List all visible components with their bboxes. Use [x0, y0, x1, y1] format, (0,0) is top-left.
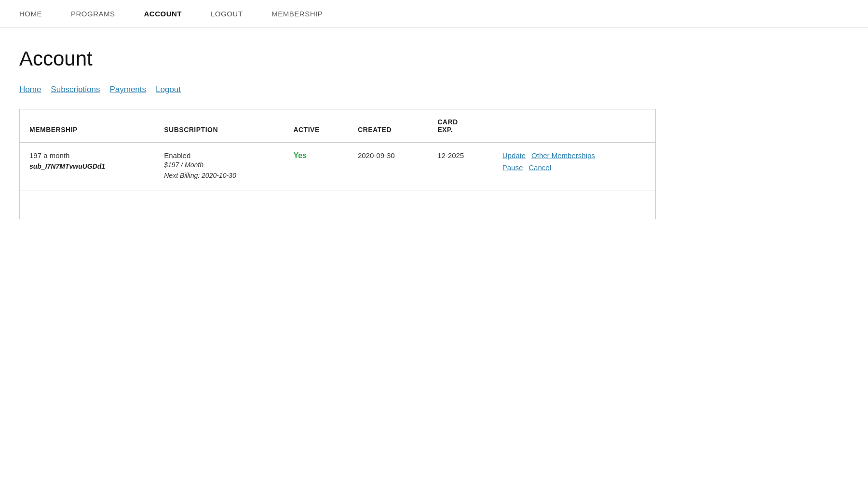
subscriptions-table: MEMBERSHIP SUBSCRIPTION ACTIVE CREATED C…	[19, 109, 656, 219]
link-subscriptions[interactable]: Subscriptions	[51, 85, 100, 94]
nav-programs[interactable]: PROGRAMS	[71, 10, 115, 18]
nav-logout[interactable]: LOGOUT	[211, 10, 243, 18]
page-title: Account	[19, 47, 656, 70]
cell-membership: 197 a month sub_I7N7MTvwuUGDd1	[20, 143, 155, 190]
action-other-memberships[interactable]: Other Memberships	[531, 151, 595, 160]
created-date: 2020-09-30	[358, 151, 395, 160]
action-cancel[interactable]: Cancel	[529, 163, 551, 172]
nav-home[interactable]: HOME	[19, 10, 42, 18]
link-home[interactable]: Home	[19, 85, 41, 94]
nav-membership[interactable]: MEMBERSHIP	[271, 10, 323, 18]
cell-created: 2020-09-30	[348, 143, 428, 190]
subscription-status: Enabled	[164, 151, 274, 160]
link-payments[interactable]: Payments	[109, 85, 146, 94]
membership-name: 197 a month	[29, 151, 145, 160]
action-links-row-2: Pause Cancel	[502, 163, 646, 172]
action-update[interactable]: Update	[502, 151, 526, 160]
membership-id: sub_I7N7MTvwuUGDd1	[29, 162, 145, 170]
next-billing-date: 2020-10-30	[202, 172, 236, 179]
table-row-empty	[20, 190, 656, 219]
col-header-created: CREATED	[348, 109, 428, 143]
cell-active: Yes	[284, 143, 348, 190]
col-header-card-exp: CARD EXP.	[428, 109, 493, 143]
table-row: 197 a month sub_I7N7MTvwuUGDd1 Enabled $…	[20, 143, 656, 190]
next-billing-label: Next Billing:	[164, 172, 200, 179]
top-nav: HOME PROGRAMS ACCOUNT LOGOUT MEMBERSHIP	[0, 0, 868, 28]
col-header-subscription: SUBSCRIPTION	[154, 109, 284, 143]
subscription-amount: $197 / Month	[164, 161, 203, 169]
link-logout[interactable]: Logout	[156, 85, 181, 94]
col-header-membership: MEMBERSHIP	[20, 109, 155, 143]
col-header-active: ACTIVE	[284, 109, 348, 143]
cell-subscription: Enabled $197 / Month Next Billing: 2020-…	[154, 143, 284, 190]
action-pause[interactable]: Pause	[502, 163, 523, 172]
card-expiry: 12-2025	[437, 151, 464, 160]
account-links: Home Subscriptions Payments Logout	[19, 85, 656, 94]
cell-actions: Update Other Memberships Pause Cancel	[493, 143, 656, 190]
action-links: Update Other Memberships Pause Cancel	[502, 151, 646, 172]
main-content: Account Home Subscriptions Payments Logo…	[0, 28, 675, 239]
active-status: Yes	[293, 151, 307, 160]
col-header-actions	[493, 109, 656, 143]
cell-card-exp: 12-2025	[428, 143, 493, 190]
subscription-details: $197 / Month Next Billing: 2020-10-30	[164, 160, 274, 181]
action-links-row-1: Update Other Memberships	[502, 151, 646, 160]
table-header-row: MEMBERSHIP SUBSCRIPTION ACTIVE CREATED C…	[20, 109, 656, 143]
nav-account[interactable]: ACCOUNT	[144, 10, 182, 18]
